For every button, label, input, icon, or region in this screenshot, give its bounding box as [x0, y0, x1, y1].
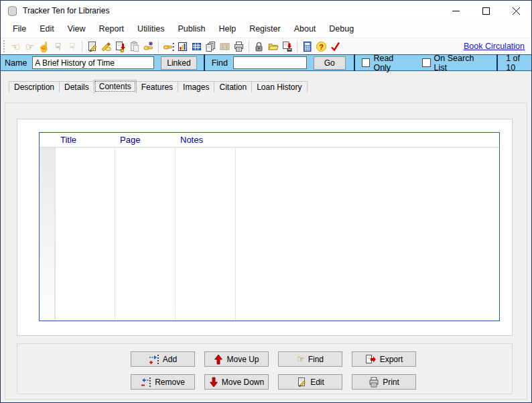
menu-help[interactable]: Help [212, 21, 243, 38]
read-only-checkbox[interactable]: Read Only [362, 54, 413, 72]
record-position: 1 of 10 [506, 54, 531, 72]
tab-strip: Description Details Contents Features Im… [9, 80, 531, 93]
svg-text:?: ? [319, 42, 324, 50]
toolbar-grip[interactable] [3, 40, 6, 52]
menu-bar: File Edit View Report Utilities Publish … [1, 21, 531, 38]
column-divider[interactable] [235, 133, 236, 321]
hand-point-right-icon[interactable]: ☞ [23, 40, 37, 54]
move-up-button[interactable]: Move Up [204, 351, 269, 367]
paste-icon-disabled[interactable] [127, 40, 141, 54]
add-button[interactable]: Add [131, 351, 195, 367]
export-button-label: Export [380, 355, 403, 364]
on-search-list-checkbox-box[interactable] [422, 58, 431, 67]
book-circulation-link[interactable]: Book Circulation [464, 42, 526, 51]
export-button[interactable]: Export [352, 351, 416, 367]
name-label: Name [5, 58, 27, 68]
toolbar-separator [158, 40, 159, 52]
post-record-icon[interactable] [113, 40, 127, 54]
filmstrip-icon-disabled[interactable] [218, 40, 232, 54]
copy-pages-icon[interactable] [204, 40, 218, 54]
remove-button[interactable]: Remove [131, 374, 195, 390]
app-window: Tracker Ten for Libraries File Edit View… [0, 0, 532, 403]
hand-point-down-icon[interactable]: ☟ [51, 40, 65, 54]
help-icon[interactable]: ? [314, 40, 328, 54]
delete-record-icon[interactable] [141, 40, 155, 54]
menu-debug[interactable]: Debug [322, 21, 360, 38]
edit-button-label: Edit [310, 378, 324, 387]
move-down-button-label: Move Down [222, 378, 264, 387]
close-button[interactable] [501, 1, 531, 21]
move-down-button[interactable]: Move Down [204, 374, 269, 390]
toolbar-separator [249, 40, 249, 52]
record-bar-divider [496, 54, 498, 71]
hand-point-left-icon[interactable]: ☜ [9, 40, 23, 54]
record-bar: Name Linked Find Go Read Only On Search … [1, 54, 531, 71]
edit-button[interactable]: Edit [278, 374, 342, 390]
tab-images[interactable]: Images [178, 81, 214, 93]
read-only-label: Read Only [373, 54, 412, 72]
menu-register[interactable]: Register [243, 21, 287, 38]
menu-publish[interactable]: Publish [171, 21, 212, 38]
on-search-list-checkbox[interactable]: On Search List [422, 54, 489, 72]
menu-file[interactable]: File [6, 21, 33, 38]
tab-contents[interactable]: Contents [94, 80, 137, 93]
lock-icon[interactable] [252, 40, 266, 54]
open-folder-icon[interactable] [266, 40, 280, 54]
new-record-icon[interactable] [85, 40, 99, 54]
toolbar: ☜ ☞ ☝ ☟ ☟ [1, 38, 531, 54]
on-search-list-label: On Search List [434, 54, 489, 72]
table-header-row: Title Page Notes [40, 133, 499, 148]
tab-features[interactable]: Features [136, 81, 178, 93]
contents-list-panel: Title Page Notes [17, 119, 513, 336]
menu-utilities[interactable]: Utilities [131, 21, 171, 38]
record-bar-divider [204, 54, 205, 71]
hand-point-down-outline-icon[interactable]: ☟ [65, 40, 79, 54]
maximize-button[interactable] [471, 1, 501, 21]
chart-icon[interactable] [176, 40, 190, 54]
go-button[interactable]: Go [314, 56, 346, 70]
column-divider[interactable] [115, 133, 115, 321]
table-grid-icon[interactable] [190, 40, 204, 54]
menu-report[interactable]: Report [92, 21, 131, 38]
contents-table[interactable]: Title Page Notes [39, 132, 500, 321]
menu-about[interactable]: About [287, 21, 323, 38]
linked-button[interactable]: Linked [161, 56, 196, 70]
column-header-page[interactable]: Page [115, 133, 175, 148]
confirm-check-icon[interactable] [328, 40, 342, 54]
window-title: Tracker Ten for Libraries [23, 6, 109, 15]
find-hand-icon: ☞ [297, 355, 305, 363]
column-header-notes[interactable]: Notes [175, 133, 235, 148]
column-divider [55, 133, 56, 321]
tab-loan-history[interactable]: Loan History [251, 81, 307, 93]
print-button-label: Print [383, 378, 399, 387]
actions-group-box: Add Move Up ☞ Find [17, 343, 513, 394]
save-export-icon[interactable] [280, 40, 294, 54]
find-record-icon[interactable] [161, 40, 176, 54]
column-divider[interactable] [175, 133, 176, 321]
print-icon[interactable] [232, 40, 246, 54]
record-bar-divider [354, 54, 355, 71]
tab-description[interactable]: Description [9, 81, 60, 93]
menu-view[interactable]: View [61, 21, 92, 38]
tab-citation[interactable]: Citation [214, 81, 252, 93]
hand-point-up-icon[interactable]: ☝ [37, 40, 51, 54]
edit-record-icon[interactable] [99, 40, 113, 54]
row-selector-column [40, 148, 55, 321]
column-header-title[interactable]: Title [55, 133, 115, 148]
read-only-checkbox-box[interactable] [362, 58, 371, 67]
remove-button-label: Remove [155, 378, 185, 387]
find-button[interactable]: ☞ Find [278, 351, 342, 367]
minimize-button[interactable] [441, 1, 471, 21]
tab-details[interactable]: Details [59, 81, 94, 93]
print-button[interactable]: Print [352, 374, 416, 390]
contents-tab-panel: Title Page Notes [5, 103, 527, 400]
find-button-label: Find [308, 355, 324, 364]
calculator-icon[interactable] [300, 40, 314, 54]
name-input[interactable] [32, 56, 154, 69]
add-button-label: Add [163, 355, 177, 364]
find-label: Find [212, 58, 228, 68]
find-input[interactable] [233, 56, 307, 69]
menu-edit[interactable]: Edit [33, 21, 61, 38]
content-area: Description Details Contents Features Im… [1, 80, 531, 403]
app-database-icon [7, 5, 18, 17]
